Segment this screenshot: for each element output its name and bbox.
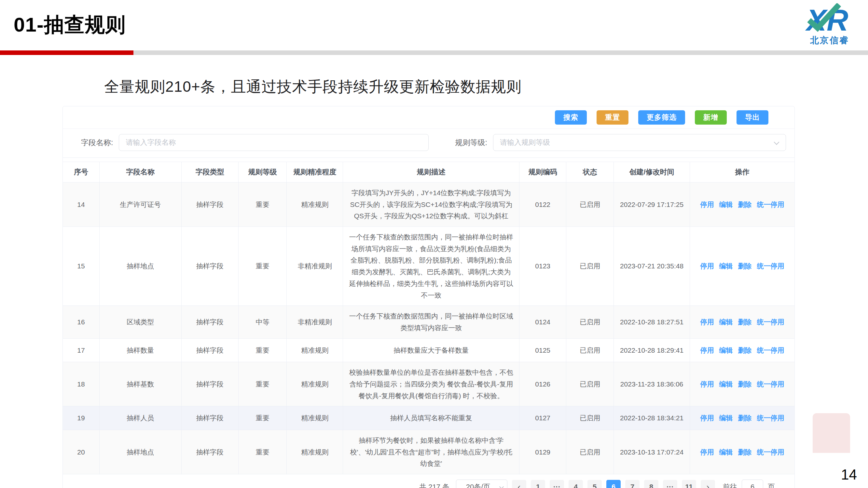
disable-link[interactable]: 停用 [700, 448, 714, 456]
more-filters-button[interactable]: 更多筛选 [638, 110, 685, 125]
batch-disable-link[interactable]: 统一停用 [757, 347, 784, 354]
reset-button[interactable]: 重置 [596, 110, 628, 125]
delete-link[interactable]: 删除 [738, 262, 751, 270]
delete-link[interactable]: 删除 [738, 380, 751, 388]
cell-field: 抽样数量 [99, 338, 181, 362]
column-header-time: 创建/修改时间 [614, 162, 690, 183]
ellipsis-left[interactable]: ··· [550, 480, 564, 488]
cell-no: 17 [63, 338, 99, 362]
edit-link[interactable]: 编辑 [719, 414, 733, 422]
edit-link[interactable]: 编辑 [719, 201, 733, 208]
search-button[interactable]: 搜索 [555, 110, 587, 125]
rule-level-select[interactable]: 请输入规则等级 [493, 134, 786, 151]
cell-type: 抽样字段 [181, 306, 238, 338]
goto-page-input[interactable] [742, 480, 763, 488]
disable-link[interactable]: 停用 [700, 414, 714, 422]
cell-actions: 停用编辑删除统一停用 [690, 406, 795, 430]
next-page-button[interactable]: › [701, 480, 715, 488]
cell-level: 重要 [239, 430, 287, 474]
status-badge: 已启用 [566, 183, 614, 227]
cell-desc: 一个任务下核查的数据范围内，同一被抽样单位时抽样场所填写内容应一致，食品次亚类为… [343, 227, 520, 306]
cell-actions: 停用编辑删除统一停用 [690, 338, 795, 362]
batch-disable-link[interactable]: 统一停用 [757, 414, 784, 422]
page-button-4[interactable]: 4 [568, 480, 583, 488]
toolbar: 搜索 重置 更多筛选 新增 导出 [63, 106, 795, 129]
add-button[interactable]: 新增 [695, 110, 727, 125]
edit-link[interactable]: 编辑 [719, 318, 733, 326]
cell-time: 2022-10-28 18:34:21 [614, 406, 690, 430]
cell-field: 抽样地点 [99, 430, 181, 474]
cell-precision: 精准规则 [287, 183, 343, 227]
batch-disable-link[interactable]: 统一停用 [757, 380, 784, 388]
cell-precision: 非精准规则 [287, 306, 343, 338]
delete-link[interactable]: 删除 [738, 318, 751, 326]
company-logo: X R 北京信睿 [804, 3, 856, 46]
cell-field: 生产许可证号 [99, 183, 181, 227]
cell-type: 抽样字段 [181, 227, 238, 306]
edit-link[interactable]: 编辑 [719, 347, 733, 354]
chevron-down-icon [774, 139, 779, 145]
batch-disable-link[interactable]: 统一停用 [757, 318, 784, 326]
company-logo-text: 北京信睿 [804, 34, 856, 46]
cell-time: 2023-11-23 18:36:06 [614, 362, 690, 406]
batch-disable-link[interactable]: 统一停用 [757, 201, 784, 208]
edit-link[interactable]: 编辑 [719, 380, 733, 388]
cell-code: 0124 [520, 306, 566, 338]
cell-code: 0127 [520, 406, 566, 430]
pagination-total: 共 217 条 [419, 482, 450, 488]
batch-disable-link[interactable]: 统一停用 [757, 448, 784, 456]
table-row: 16 区域类型 抽样字段 中等 非精准规则 一个任务下核查的数据范围内，同一被抽… [63, 306, 795, 338]
page-size-select[interactable]: 20条/页 [456, 480, 507, 488]
disable-link[interactable]: 停用 [700, 380, 714, 388]
column-header-field: 字段名称 [99, 162, 181, 183]
edit-link[interactable]: 编辑 [719, 448, 733, 456]
cell-no: 18 [63, 362, 99, 406]
cell-level: 重要 [239, 227, 287, 306]
cell-field: 抽样地点 [99, 227, 181, 306]
cell-time: 2022-10-28 18:29:41 [614, 338, 690, 362]
rule-level-select-placeholder: 请输入规则等级 [500, 138, 550, 148]
cell-field: 抽样基数 [99, 362, 181, 406]
prev-page-button[interactable]: ‹ [512, 480, 526, 488]
delete-link[interactable]: 删除 [738, 201, 751, 208]
page-button-11[interactable]: 11 [682, 480, 696, 488]
cell-no: 14 [63, 183, 99, 227]
status-badge: 已启用 [566, 338, 614, 362]
cell-level: 重要 [239, 406, 287, 430]
page-button-1[interactable]: 1 [531, 480, 545, 488]
page-size-value: 20条/页 [466, 482, 491, 488]
cell-actions: 停用编辑删除统一停用 [690, 183, 795, 227]
disable-link[interactable]: 停用 [700, 318, 714, 326]
cell-actions: 停用编辑删除统一停用 [690, 430, 795, 474]
disable-link[interactable]: 停用 [700, 262, 714, 270]
export-button[interactable]: 导出 [737, 110, 768, 125]
page-button-5[interactable]: 5 [587, 480, 602, 488]
page-button-7[interactable]: 7 [625, 480, 640, 488]
table-row: 15 抽样地点 抽样字段 重要 非精准规则 一个任务下核查的数据范围内，同一被抽… [63, 227, 795, 306]
page-number: 14 [841, 466, 857, 483]
goto-label: 前往 [723, 482, 737, 488]
cell-code: 0129 [520, 430, 566, 474]
batch-disable-link[interactable]: 统一停用 [757, 262, 784, 270]
page-button-6-active[interactable]: 6 [606, 480, 621, 488]
status-badge: 已启用 [566, 406, 614, 430]
status-badge: 已启用 [566, 362, 614, 406]
field-name-label: 字段名称: [81, 138, 113, 148]
delete-link[interactable]: 删除 [738, 347, 751, 354]
status-badge: 已启用 [566, 430, 614, 474]
disable-link[interactable]: 停用 [700, 201, 714, 208]
page-button-8[interactable]: 8 [644, 480, 658, 488]
delete-link[interactable]: 删除 [738, 414, 751, 422]
status-badge: 已启用 [566, 306, 614, 338]
chevron-down-icon [499, 484, 504, 488]
ellipsis-right[interactable]: ··· [663, 480, 677, 488]
company-logo-icon: X R [805, 3, 854, 34]
delete-link[interactable]: 删除 [738, 448, 751, 456]
cell-type: 抽样字段 [181, 338, 238, 362]
cell-type: 抽样字段 [181, 362, 238, 406]
cell-level: 重要 [239, 183, 287, 227]
rules-panel: 搜索 重置 更多筛选 新增 导出 字段名称: 规则等级: 请输入规则等级 [62, 106, 795, 488]
disable-link[interactable]: 停用 [700, 347, 714, 354]
field-name-input[interactable] [119, 134, 429, 151]
edit-link[interactable]: 编辑 [719, 262, 733, 270]
